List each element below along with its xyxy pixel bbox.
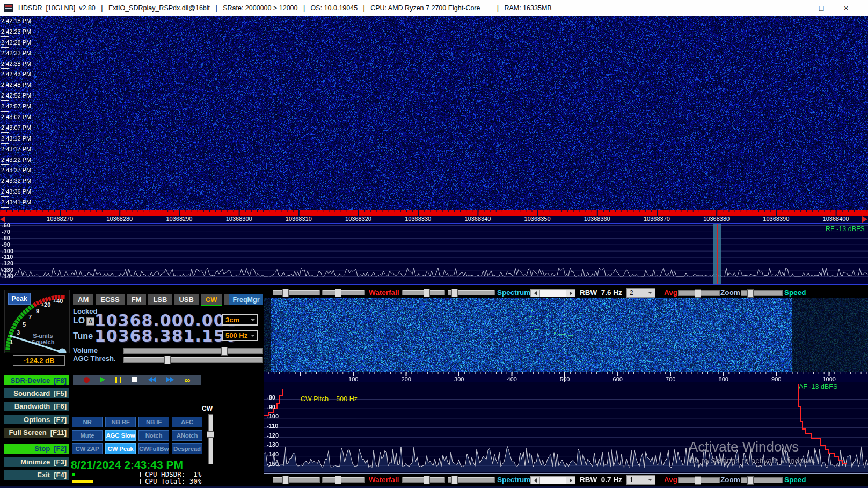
stop-icon[interactable] <box>132 377 137 382</box>
rbw-scrollbar-2[interactable] <box>530 476 575 484</box>
band-select[interactable]: 3cm <box>222 314 258 326</box>
timestamp-label: 2:42:52 PM <box>1 92 49 103</box>
mode-button[interactable]: USB <box>174 294 198 305</box>
dsp-button[interactable]: AGC Slow <box>105 430 136 441</box>
volume-slider[interactable] <box>123 348 263 354</box>
lo-frequency-display[interactable]: 10368.000.000 <box>94 313 237 328</box>
rf-spectrum-display[interactable] <box>0 224 868 284</box>
avg-slider[interactable] <box>678 290 720 296</box>
arrow-right-icon[interactable] <box>566 477 575 484</box>
rf-waterfall-display[interactable] <box>0 16 868 210</box>
avg-toggle-2[interactable]: Avg <box>664 476 677 484</box>
frequency-label: 10368400 <box>806 216 865 223</box>
dsp-button[interactable]: NB IF <box>138 417 169 427</box>
rbw-scrollbar[interactable] <box>530 289 575 297</box>
cw-slider-label: CW <box>202 405 213 412</box>
frequency-label: 10368340 <box>448 216 507 223</box>
spectrum-tab-2[interactable]: Spectrum <box>497 476 530 484</box>
mode-button[interactable]: FM <box>127 294 147 305</box>
timestamp-label: 2:43:02 PM <box>1 114 49 124</box>
frequency-scale[interactable] <box>0 210 868 216</box>
dsp-button[interactable]: NB RF <box>105 417 136 427</box>
arrow-right-icon[interactable] <box>566 290 575 297</box>
cw-vertical-slider[interactable] <box>208 414 213 464</box>
loop-icon[interactable]: ∞ <box>184 377 190 383</box>
menu-button[interactable]: Options[F7] <box>4 415 69 424</box>
tune-marker[interactable] <box>713 224 721 284</box>
avg-slider-2[interactable] <box>678 477 720 483</box>
db-label: -110 <box>2 254 25 260</box>
spec-range-slider[interactable] <box>448 290 495 295</box>
dsp-button[interactable]: ANotch <box>172 430 202 441</box>
menu-button[interactable]: Bandwidth[F6] <box>4 402 69 411</box>
step-select[interactable]: 500 Hz <box>222 330 258 341</box>
lo-ab-toggle[interactable]: A <box>86 317 94 326</box>
arrow-left-icon[interactable] <box>531 477 540 484</box>
menu-button[interactable]: Stop[F2] <box>4 444 69 454</box>
play-icon[interactable] <box>100 377 105 382</box>
avg-count-select[interactable]: 2 <box>626 288 655 298</box>
wf-contrast-slider-2[interactable] <box>322 477 365 483</box>
menu-button[interactable]: Minimize[F3] <box>4 457 69 467</box>
dsp-button[interactable]: Mute <box>72 430 103 441</box>
close-button[interactable]: × <box>834 0 858 16</box>
spectrum-tab[interactable]: Spectrum <box>497 289 530 297</box>
dsp-button[interactable]: NR <box>72 417 103 427</box>
spec-gain-slider[interactable] <box>402 290 445 295</box>
frequency-label: 10368390 <box>746 216 806 223</box>
dsp-button[interactable]: AFC <box>172 417 202 427</box>
peak-button[interactable]: Peak <box>8 293 31 305</box>
dsp-button[interactable]: Notch <box>138 430 169 441</box>
mode-button[interactable]: CW <box>201 294 222 305</box>
timestamp-label: 2:42:23 PM <box>1 28 49 39</box>
menu-button[interactable]: SDR-Device[F8] <box>4 375 69 385</box>
menu-button[interactable]: Soundcard[F5] <box>4 388 69 398</box>
af-waterfall-display[interactable] <box>264 298 868 372</box>
fast-forward-icon[interactable] <box>166 377 174 382</box>
signal-level-readout: -124.2 dB <box>13 355 65 366</box>
lo-label: LO <box>73 316 85 326</box>
cw-pitch-readout: CW Pitch = 500 Hz <box>301 395 358 403</box>
avg-toggle[interactable]: Avg <box>664 289 677 297</box>
spec-range-slider-2[interactable] <box>448 477 495 483</box>
frequency-label: 10368350 <box>508 216 567 223</box>
db-label: -80 <box>267 394 290 404</box>
wf-brightness-slider[interactable] <box>273 290 320 295</box>
chevron-down-icon <box>251 319 255 323</box>
mode-button[interactable]: AM <box>73 294 93 305</box>
maximize-button[interactable]: □ <box>809 0 834 16</box>
dsp-button[interactable]: Despread <box>172 443 202 454</box>
cw-slider-thumb[interactable] <box>207 431 214 438</box>
dsp-button[interactable]: CW Peak <box>105 443 136 454</box>
db-label: -80 <box>2 235 25 241</box>
db-label: -100 <box>267 413 290 423</box>
mode-button[interactable]: LSB <box>148 294 172 305</box>
dsp-button[interactable]: CWFullBw <box>138 443 169 454</box>
freq-manager-button[interactable]: FreqMgr <box>229 294 263 305</box>
arrow-left-icon[interactable] <box>531 290 540 297</box>
rf-spectrum-panel[interactable] <box>0 224 868 284</box>
agc-threshold-slider[interactable] <box>123 357 263 363</box>
tune-frequency-display[interactable]: 10368.381.150 <box>94 329 237 344</box>
waterfall-tab[interactable]: Waterfall <box>369 289 399 297</box>
record-icon[interactable] <box>84 377 90 383</box>
menu-button[interactable]: Full Screen[F11] <box>4 428 69 438</box>
avg-count-select-2[interactable]: 1 <box>626 475 655 485</box>
needle-knob[interactable] <box>59 349 66 353</box>
dsp-button[interactable]: CW ZAP <box>72 443 103 454</box>
timestamp-label: 2:43:07 PM <box>1 124 49 135</box>
minimize-button[interactable]: – <box>784 0 809 16</box>
wf-brightness-slider-2[interactable] <box>273 477 320 483</box>
frequency-label: 10368360 <box>567 216 627 223</box>
zoom-slider-2[interactable] <box>741 477 783 483</box>
timestamp-label: 2:43:36 PM <box>1 188 49 199</box>
spec-gain-slider-2[interactable] <box>402 477 445 483</box>
waterfall-tab-2[interactable]: Waterfall <box>369 476 399 484</box>
zoom-slider[interactable] <box>741 290 783 296</box>
title-bar[interactable]: HDSDR [10GLNB] v2.80 | ExtIO_SDRplay_RSP… <box>0 0 868 16</box>
rewind-icon[interactable] <box>148 377 156 382</box>
pause-icon[interactable] <box>115 377 121 383</box>
mode-button[interactable]: ECSS <box>96 294 124 305</box>
menu-button[interactable]: Exit[F4] <box>4 470 69 480</box>
wf-contrast-slider[interactable] <box>322 290 365 295</box>
